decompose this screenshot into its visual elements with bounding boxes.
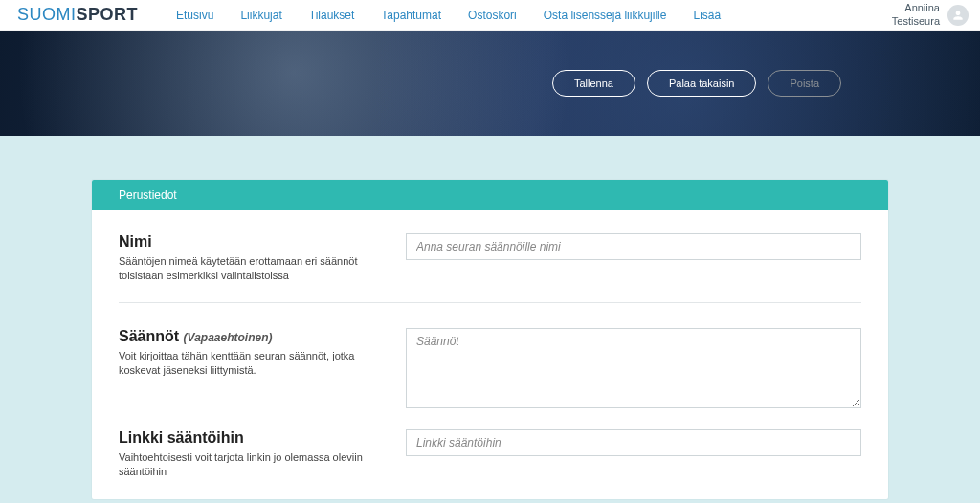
logo-right: SPORT [77, 5, 139, 25]
field-link-input-wrap [406, 429, 861, 479]
user-box[interactable]: Anniina Testiseura [892, 2, 969, 27]
user-name: Anniina [892, 2, 940, 14]
field-name-help: Sääntöjen nimeä käytetään erottamaan eri… [119, 254, 387, 283]
nav-ostoskori[interactable]: Ostoskori [468, 9, 517, 22]
logo[interactable]: SUOMISPORT [17, 5, 138, 25]
logo-left: SUOMI [17, 5, 77, 25]
field-rules-optional: (Vapaaehtoinen) [184, 331, 273, 344]
field-rules-input-wrap [406, 328, 861, 412]
link-input[interactable] [406, 429, 861, 456]
field-name-title: Nimi [119, 233, 387, 251]
hero-bar: Tallenna Palaa takaisin Poista [0, 31, 980, 136]
back-button[interactable]: Palaa takaisin [647, 70, 757, 97]
form-card: Perustiedot Nimi Sääntöjen nimeä käytetä… [92, 180, 888, 499]
content: Perustiedot Nimi Sääntöjen nimeä käytetä… [0, 136, 980, 499]
nav-lisenssit[interactable]: Osta lisenssejä liikkujille [544, 9, 667, 22]
nav-liikkujat[interactable]: Liikkujat [240, 9, 281, 22]
field-rules-title-text: Säännöt [119, 328, 179, 344]
nav-etusivu[interactable]: Etusivu [176, 9, 213, 22]
field-link-title: Linkki sääntöihin [119, 429, 387, 447]
topbar: SUOMISPORT Etusivu Liikkujat Tilaukset T… [0, 0, 980, 31]
field-rules-help: Voit kirjoittaa tähän kenttään seuran sä… [119, 349, 387, 378]
delete-button: Poista [768, 70, 841, 97]
rules-textarea[interactable] [406, 328, 861, 408]
field-rules: Säännöt (Vapaaehtoinen) Voit kirjoittaa … [119, 322, 861, 424]
field-name-label: Nimi Sääntöjen nimeä käytetään erottamaa… [119, 233, 387, 283]
save-button[interactable]: Tallenna [552, 70, 635, 97]
field-rules-title: Säännöt (Vapaaehtoinen) [119, 328, 387, 345]
user-org: Testiseura [892, 15, 940, 28]
name-input[interactable] [406, 233, 861, 260]
nav-tilaukset[interactable]: Tilaukset [309, 9, 355, 22]
avatar-icon [947, 5, 969, 26]
field-link-label: Linkki sääntöihin Vaihtoehtoisesti voit … [119, 429, 387, 479]
nav-tapahtumat[interactable]: Tapahtumat [381, 9, 441, 22]
field-name: Nimi Sääntöjen nimeä käytetään erottamaa… [119, 228, 861, 303]
field-rules-label: Säännöt (Vapaaehtoinen) Voit kirjoittaa … [119, 328, 387, 412]
card-header: Perustiedot [92, 180, 888, 210]
field-link-help: Vaihtoehtoisesti voit tarjota linkin jo … [119, 450, 387, 479]
nav-lisaa[interactable]: Lisää [693, 9, 721, 22]
card-body: Nimi Sääntöjen nimeä käytetään erottamaa… [92, 210, 888, 499]
field-link: Linkki sääntöihin Vaihtoehtoisesti voit … [119, 424, 861, 491]
main-nav: Etusivu Liikkujat Tilaukset Tapahtumat O… [176, 9, 721, 22]
user-text: Anniina Testiseura [892, 2, 940, 27]
field-name-input-wrap [406, 233, 861, 283]
